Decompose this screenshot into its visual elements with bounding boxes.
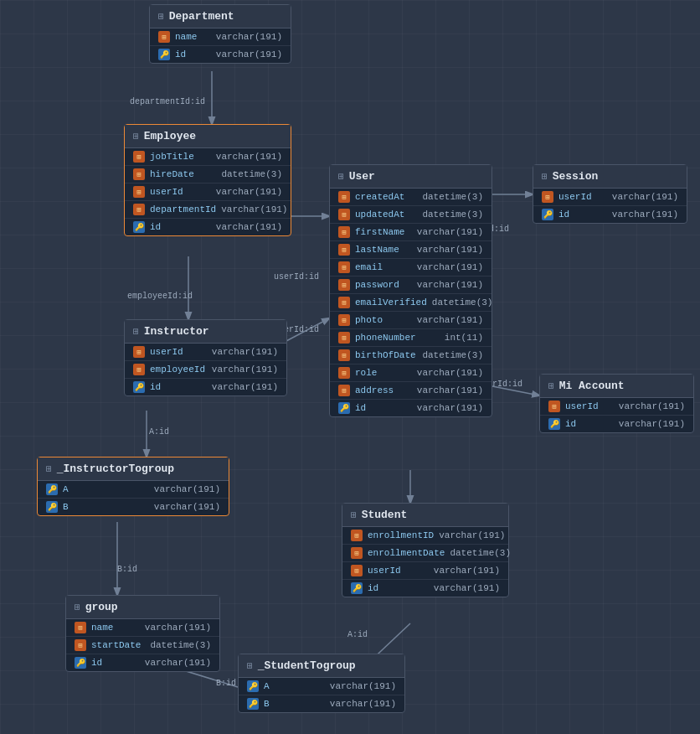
table-header-studenttogroup[interactable]: ⊞ _StudentTogroup	[239, 654, 404, 678]
table-group[interactable]: ⊞ group ⊞ name varchar(191) ⊞ startDate …	[65, 595, 220, 672]
field-type-photo: varchar(191)	[417, 315, 483, 325]
field-type-emailverified: datetime(3)	[432, 297, 493, 308]
field-name-id: id	[565, 419, 614, 429]
table-header-group[interactable]: ⊞ group	[66, 596, 219, 619]
table-row: ⊞ enrollmentDate datetime(3)	[342, 545, 508, 562]
table-row: ⊞ userId varchar(191)	[342, 562, 508, 580]
field-icon-email: ⊞	[338, 261, 350, 273]
table-row: ⊞ userId varchar(191)	[533, 189, 687, 206]
table-row: 🔑 id varchar(191)	[533, 206, 687, 223]
table-row: ⊞ enrollmentID varchar(191)	[342, 527, 508, 545]
field-name-birthofdate: birthOfDate	[355, 350, 417, 360]
field-name-userid: userId	[150, 347, 207, 357]
field-icon-photo: ⊞	[338, 314, 350, 326]
field-icon-id: 🔑	[158, 49, 170, 60]
table-row: ⊞ email varchar(191)	[330, 259, 492, 277]
field-name-b: B	[63, 502, 149, 512]
field-icon-phonenumber: ⊞	[338, 332, 350, 344]
field-name-firstname: firstName	[355, 227, 412, 237]
table-account[interactable]: ⊞ Mi Account ⊞ userId varchar(191) 🔑 id …	[539, 374, 694, 433]
table-row: 🔑 A varchar(191)	[239, 678, 404, 695]
table-row: 🔑 B varchar(191)	[38, 499, 229, 515]
field-icon-a: 🔑	[46, 483, 58, 495]
table-row: ⊞ photo varchar(191)	[330, 312, 492, 329]
table-row: ⊞ jobTitle varchar(191)	[125, 148, 291, 166]
table-title-instructortogroup: _InstructorTogroup	[57, 463, 174, 475]
table-instructor[interactable]: ⊞ Instructor ⊞ userId varchar(191) ⊞ emp…	[124, 319, 287, 396]
field-type-userid: varchar(191)	[434, 566, 500, 576]
table-header-user[interactable]: ⊞ User	[330, 165, 492, 189]
table-employee[interactable]: ⊞ Employee ⊞ jobTitle varchar(191) ⊞ hir…	[124, 124, 291, 236]
field-type-role: varchar(191)	[417, 368, 483, 378]
field-name-address: address	[355, 385, 412, 395]
table-title-group: group	[85, 601, 118, 613]
table-header-instructor[interactable]: ⊞ Instructor	[125, 320, 286, 344]
table-grid-icon: ⊞	[75, 602, 80, 613]
field-type-enrollmentdate: datetime(3)	[450, 548, 511, 558]
field-name-userid: userId	[150, 187, 211, 197]
table-session[interactable]: ⊞ Session ⊞ userId varchar(191) 🔑 id var…	[533, 164, 687, 224]
field-name-phonenumber: phoneNumber	[355, 333, 440, 343]
table-row: ⊞ birthOfDate datetime(3)	[330, 347, 492, 364]
field-type-departmentid: varchar(191)	[221, 204, 287, 215]
field-type-id: varchar(191)	[212, 382, 278, 392]
table-grid-icon: ⊞	[247, 660, 253, 671]
table-title-employee: Employee	[144, 130, 196, 142]
field-type-id: varchar(191)	[216, 222, 282, 232]
table-row: 🔑 id varchar(191)	[342, 580, 508, 597]
field-type-enrollmentid: varchar(191)	[439, 530, 505, 540]
field-icon-b: 🔑	[247, 698, 259, 710]
table-grid-icon: ⊞	[351, 509, 357, 520]
table-row: 🔑 B varchar(191)	[239, 695, 404, 712]
field-icon-userid: ⊞	[133, 186, 145, 198]
table-instructortogroup[interactable]: ⊞ _InstructorTogroup 🔑 A varchar(191) 🔑 …	[37, 457, 229, 516]
field-name-departmentid: departmentId	[150, 204, 216, 215]
field-icon-id: 🔑	[133, 381, 145, 393]
table-row: ⊞ departmentId varchar(191)	[125, 201, 291, 219]
field-icon-enrollmentid: ⊞	[351, 530, 363, 541]
field-name-id: id	[150, 222, 211, 232]
field-icon-id: 🔑	[133, 221, 145, 233]
table-header-session[interactable]: ⊞ Session	[533, 165, 687, 189]
field-type-updatedat: datetime(3)	[422, 209, 483, 220]
field-type-id: varchar(191)	[619, 419, 685, 429]
label-a-instructor: A:id	[149, 427, 169, 437]
table-title-user: User	[349, 170, 375, 183]
table-row: ⊞ lastName varchar(191)	[330, 241, 492, 259]
table-header-instructortogroup[interactable]: ⊞ _InstructorTogroup	[38, 457, 229, 481]
field-name-userid: userId	[368, 566, 429, 576]
table-header-student[interactable]: ⊞ Student	[342, 504, 508, 527]
table-header-department[interactable]: ⊞ Department	[150, 5, 291, 28]
table-student[interactable]: ⊞ Student ⊞ enrollmentID varchar(191) ⊞ …	[342, 503, 509, 597]
field-icon-role: ⊞	[338, 367, 350, 379]
table-department[interactable]: ⊞ Department ⊞ name varchar(191) 🔑 id va…	[149, 4, 291, 64]
table-user[interactable]: ⊞ User ⊞ createdAt datetime(3) ⊞ updated…	[329, 164, 492, 417]
field-icon-id: 🔑	[548, 418, 560, 430]
field-name-id: id	[368, 583, 429, 593]
field-type-firstname: varchar(191)	[417, 227, 483, 237]
table-row: ⊞ createdAt datetime(3)	[330, 189, 492, 206]
table-header-employee[interactable]: ⊞ Employee	[125, 125, 291, 148]
field-icon-name: ⊞	[75, 622, 86, 633]
table-row: ⊞ address varchar(191)	[330, 382, 492, 400]
field-icon-userid: ⊞	[542, 191, 553, 203]
field-name-jobtitle: jobTitle	[150, 152, 211, 162]
table-row: 🔑 id varchar(191)	[150, 46, 291, 63]
field-icon-address: ⊞	[338, 385, 350, 396]
table-studenttogroup[interactable]: ⊞ _StudentTogroup 🔑 A varchar(191) 🔑 B v…	[238, 654, 405, 713]
field-name-name: name	[91, 623, 140, 633]
field-type-lastname: varchar(191)	[417, 245, 483, 255]
field-type-id: varchar(191)	[612, 209, 678, 220]
field-type-employeeid: varchar(191)	[212, 364, 278, 375]
field-type-a: varchar(191)	[154, 484, 220, 494]
table-row: ⊞ name varchar(191)	[66, 619, 219, 637]
table-row: ⊞ firstName varchar(191)	[330, 224, 492, 241]
field-icon-birthofdate: ⊞	[338, 349, 350, 361]
field-name-startdate: startDate	[91, 640, 145, 650]
field-name-updatedat: updatedAt	[355, 209, 417, 220]
table-row: ⊞ hireDate datetime(3)	[125, 166, 291, 184]
field-icon-id: 🔑	[351, 582, 363, 594]
field-name-b: B	[264, 699, 325, 709]
table-title-studenttogroup: _StudentTogroup	[258, 659, 356, 672]
table-header-account[interactable]: ⊞ Mi Account	[540, 375, 693, 398]
